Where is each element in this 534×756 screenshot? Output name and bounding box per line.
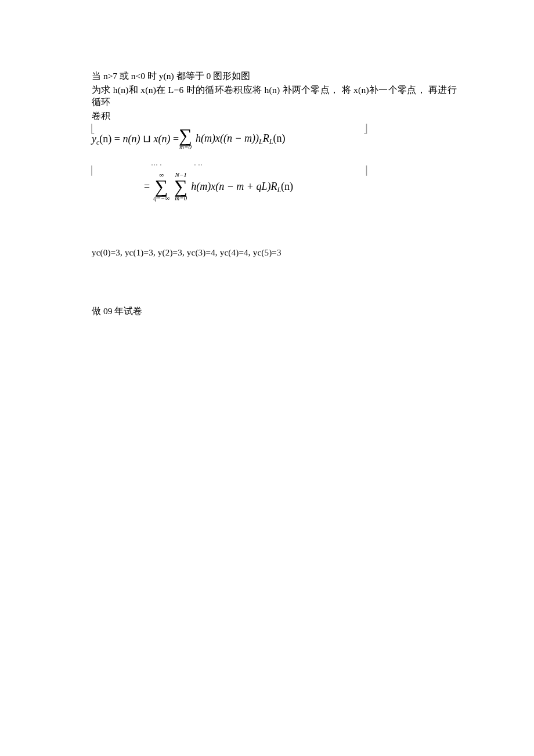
formula-1-body: h(m)x((n − m))LRL(n) xyxy=(196,132,285,145)
formula-2-subL: L xyxy=(277,186,281,194)
formula-2-bodytext: h(m)x(n − m + qL)R xyxy=(191,181,277,192)
dots-1-icon: ⋯ ⋅ xyxy=(151,161,162,170)
formula-1-lhs: yc(n) = n(n) ⊔ x(n) = xyxy=(92,132,179,145)
formula-1-hm: h(m)x((n − m)) xyxy=(196,132,259,144)
sigma-2b-bot: m=0 xyxy=(175,195,187,201)
results-line: yc(0)=3, yc(1)=3, y(2)=3, yc(3)=4, yc(4)… xyxy=(92,248,459,258)
formula-1-subL: L xyxy=(259,138,263,146)
sigma-symbol-icon: ∑ xyxy=(179,127,192,144)
formula-2-body: h(m)x(n − m + qL)RL(n) xyxy=(191,181,293,193)
sigma-2a: ∞ ∑ q=−∞ xyxy=(153,172,169,201)
formula-1: ⎣ yc(n) = n(n) ⊔ x(n) = ∑ m=0 h(m)x((n −… xyxy=(92,123,459,155)
sigma-symbol-2a-icon: ∑ xyxy=(155,178,168,195)
paragraph-line-1: 当 n>7 或 n<0 时 y(n) 都等于 0 图形如图 xyxy=(92,70,459,82)
formula-1-y-sub: c xyxy=(96,138,99,146)
note-line: 做 09 年试卷 xyxy=(92,305,459,318)
formula-2-eq: = xyxy=(144,181,150,193)
formula-1-Rsub: L xyxy=(269,138,273,146)
formula-1-y: y xyxy=(92,133,96,145)
dots-2-icon: ⋅ ⋅⋅ xyxy=(194,161,203,170)
formula-1-op: ⊔ xyxy=(140,133,153,145)
formula-1-tail: (n) xyxy=(273,132,285,144)
sigma-1: ∑ m=0 xyxy=(179,127,192,150)
formula-1-eq2: = xyxy=(173,133,179,145)
paragraph-line-3: 卷积 xyxy=(92,110,459,123)
formula-1-nn: n(n) xyxy=(122,133,140,145)
formula-1-n: (n) xyxy=(99,133,111,145)
bracket-left-2-icon: ⎢ xyxy=(91,165,95,176)
sigma-symbol-2b-icon: ∑ xyxy=(174,178,187,195)
formula-2: ⎢ ⋯ ⋅ ⋅ ⋅⋅ = ∞ ∑ q=−∞ N−1 ∑ m=0 h(m)x(n … xyxy=(92,167,459,207)
sigma-2b: N−1 ∑ m=0 xyxy=(174,172,187,201)
formula-1-xn: x(n) xyxy=(153,133,170,145)
bracket-right-icon: ⎦ xyxy=(363,124,368,134)
formula-2-tail: (n) xyxy=(281,181,293,192)
formula-1-R: R xyxy=(263,132,269,144)
sigma-2a-bot: q=−∞ xyxy=(153,195,169,201)
document-content: 当 n>7 或 n<0 时 y(n) 都等于 0 图形如图 为求 h(n)和 x… xyxy=(0,0,534,318)
sigma-1-bot: m=0 xyxy=(179,144,192,150)
bracket-right-2-icon: ⎥ xyxy=(363,165,368,176)
formula-1-eq1: = xyxy=(114,133,123,145)
paragraph-line-2: 为求 h(n)和 x(n)在 L=6 时的循环卷积应将 h(n) 补两个零点， … xyxy=(92,84,459,109)
